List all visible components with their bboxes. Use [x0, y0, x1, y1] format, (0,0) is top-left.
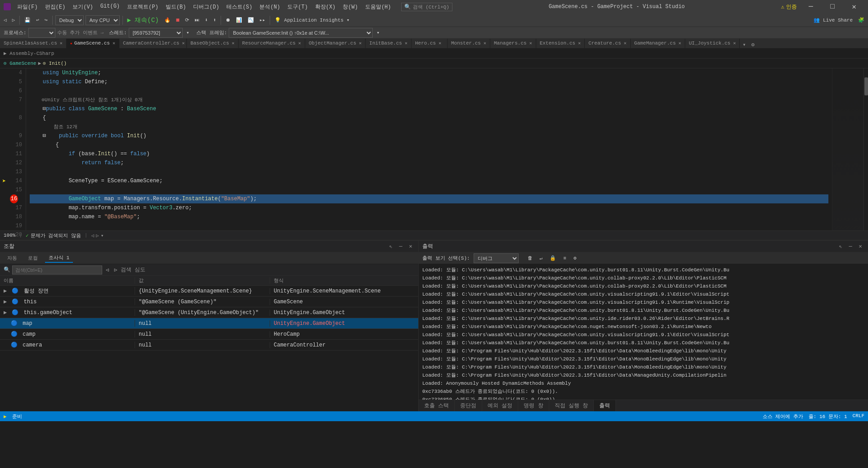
- thread-dropdown[interactable]: [959753792]: [129, 28, 183, 38]
- menu-edit[interactable]: 편집(E): [42, 2, 68, 12]
- tab-close-icon[interactable]: ✕: [529, 40, 532, 46]
- menu-extend[interactable]: 확장(X): [312, 2, 339, 12]
- tab-close-icon[interactable]: ✕: [232, 40, 235, 46]
- tab-close-icon[interactable]: ✕: [405, 40, 407, 46]
- watch-row-gameobject[interactable]: ▶ 🔵 this.gameObject "@GameScene (UnityEn…: [0, 307, 418, 318]
- config-dropdown[interactable]: Debug: [55, 15, 84, 25]
- breadcrumb-gamescene[interactable]: ⊙ GameScene: [4, 60, 36, 66]
- tab-extension[interactable]: Extension.cs ✕: [536, 39, 585, 48]
- search-box[interactable]: 🔍 검색 (Ctrl+Q): [401, 3, 452, 11]
- tab-objectmanager[interactable]: ObjectManager.cs ✕: [305, 39, 366, 48]
- menu-window[interactable]: 창(W): [340, 2, 361, 12]
- process-dropdown[interactable]: [28, 28, 55, 38]
- tab-gamescene[interactable]: ● GameScene.cs ✕: [67, 39, 119, 48]
- output-content[interactable]: Loaded: 모듈: C:\Users\wasab\M1\Library\Pa…: [419, 264, 868, 400]
- app-insights-label[interactable]: 💡 Application Insights ▾: [273, 16, 351, 24]
- tab-auto[interactable]: 자동: [4, 254, 21, 262]
- tab-exceptions[interactable]: 예외 설정: [482, 400, 518, 411]
- tab-command[interactable]: 명령 창: [518, 400, 549, 411]
- source-control-btn[interactable]: 소스 제어에 추가: [763, 413, 803, 420]
- code-editor[interactable]: using UnityEngine; using static Define; …: [26, 68, 832, 230]
- tab-close-icon[interactable]: ✕: [113, 40, 115, 46]
- watch-row-map[interactable]: 🔵 map null UnityEngine.GameObject: [0, 318, 418, 329]
- tab-settings-icon[interactable]: ⚙: [749, 41, 757, 48]
- tab-close-icon[interactable]: ✕: [298, 40, 301, 46]
- close-button[interactable]: ✕: [844, 0, 864, 14]
- tab-close-icon[interactable]: ✕: [60, 40, 63, 46]
- restart-button[interactable]: ⟳: [183, 16, 191, 24]
- tab-close-icon[interactable]: ✕: [439, 40, 441, 46]
- tab-gamemanager[interactable]: GameManager.cs ✕: [631, 39, 685, 48]
- cpu-dropdown[interactable]: Any CPU: [86, 15, 120, 25]
- live-share-button[interactable]: 👥 Live Share: [812, 16, 854, 24]
- more-tools[interactable]: ▸▸: [258, 16, 267, 24]
- menu-debug[interactable]: 디버그(D): [190, 2, 222, 12]
- fwd-search-btn[interactable]: ▷: [113, 266, 119, 274]
- menu-tools[interactable]: 도구(T): [285, 2, 311, 12]
- tab-spineatlas[interactable]: SpineAtlasAsset.cs ✕: [0, 39, 67, 48]
- tab-watch1[interactable]: 조사식 1: [45, 253, 73, 263]
- stack-filter-btn[interactable]: ▾: [375, 29, 381, 36]
- tab-resourcemanager[interactable]: ResourceManager.cs ✕: [239, 39, 305, 48]
- search-input[interactable]: [12, 266, 102, 274]
- filter2-icon[interactable]: ▾: [185, 29, 191, 36]
- save-button[interactable]: 💾: [23, 16, 32, 24]
- filter-btn[interactable]: ≡: [561, 255, 568, 262]
- tab-close-icon[interactable]: ✕: [733, 40, 736, 46]
- tab-callstack[interactable]: 호출 스택: [419, 400, 455, 411]
- tab-close-icon[interactable]: ✕: [678, 40, 681, 46]
- word-wrap-btn[interactable]: ↵: [538, 254, 545, 262]
- tab-hero[interactable]: Hero.cs ✕: [411, 39, 448, 48]
- perf-button[interactable]: 📊: [234, 16, 244, 24]
- tab-immediate[interactable]: 직접 실행 창: [549, 400, 594, 411]
- diag-button[interactable]: 📉: [246, 16, 256, 24]
- step-into-button[interactable]: ⬇: [203, 16, 210, 24]
- hot-reload-button[interactable]: 🔥: [163, 16, 172, 24]
- close-icon[interactable]: ✕: [407, 243, 415, 251]
- undo-button[interactable]: ↩: [34, 16, 41, 24]
- forward-button[interactable]: ▷: [10, 16, 17, 24]
- breadcrumb-init[interactable]: ⊙ Init(): [43, 60, 67, 66]
- close-icon[interactable]: ✕: [856, 243, 864, 251]
- watch-row-scene[interactable]: ▶ 🔵 활성 장면 {UnityEngine.SceneManagement.S…: [0, 286, 418, 297]
- play-button[interactable]: ▶ 재속(C): [126, 15, 161, 25]
- tab-cameracontroller[interactable]: CameraController.cs ✕: [119, 39, 187, 48]
- tab-close-icon[interactable]: ✕: [578, 40, 581, 46]
- tab-close-icon[interactable]: ✕: [359, 40, 362, 46]
- tab-breakpoints[interactable]: 중단점: [455, 400, 482, 411]
- right-scrollbar[interactable]: [863, 68, 868, 230]
- stop-button[interactable]: ■: [174, 16, 181, 25]
- minimize-button[interactable]: ─: [800, 0, 821, 14]
- watch-row-this[interactable]: ▶ 🔵 this "@GameScene (GameScene)" GameSc…: [0, 297, 418, 307]
- back-search-btn[interactable]: ◁: [104, 266, 111, 274]
- nav-fwd[interactable]: ▷: [96, 233, 99, 238]
- tab-baseobject[interactable]: BaseObject.cs ✕: [187, 39, 239, 48]
- menu-build[interactable]: 빌드(B): [163, 2, 189, 12]
- menu-analyze[interactable]: 분석(N): [257, 2, 283, 12]
- breakpoint-button[interactable]: ⏺: [224, 16, 232, 24]
- watch-row-camera[interactable]: 🔵 camera null CameraController: [0, 340, 418, 351]
- tab-close-icon[interactable]: ✕: [484, 40, 486, 46]
- watch-row-camp[interactable]: 🔵 camp null HeroCamp: [0, 329, 418, 340]
- float-icon[interactable]: ⇖: [836, 243, 845, 251]
- extension-button[interactable]: 🧩: [856, 16, 866, 24]
- step-out-button[interactable]: ⬆: [212, 16, 218, 24]
- menu-file[interactable]: 파일(F): [14, 2, 41, 12]
- clear-btn[interactable]: 🗑: [526, 254, 534, 262]
- menu-test[interactable]: 테스트(S): [224, 2, 255, 12]
- output-view-select[interactable]: 디버그: [474, 253, 519, 263]
- expand-icon[interactable]: ▶: [4, 310, 7, 316]
- tab-managers[interactable]: Managers.cs ✕: [490, 39, 536, 48]
- crlf[interactable]: CRLF: [853, 413, 864, 420]
- nav-back[interactable]: ◁: [91, 233, 94, 238]
- tab-initbase[interactable]: InitBase.cs ✕: [366, 39, 411, 48]
- menu-project[interactable]: 프로젝트(P): [124, 2, 161, 12]
- minimize-icon[interactable]: ─: [846, 243, 854, 251]
- tab-overflow[interactable]: ▾: [740, 41, 748, 48]
- nav-dropdown[interactable]: ▾: [101, 233, 104, 238]
- tab-creature[interactable]: Creature.cs ✕: [585, 39, 631, 48]
- expand-icon[interactable]: ▶: [4, 288, 7, 294]
- settings-btn[interactable]: ⚙: [572, 254, 579, 262]
- tab-output[interactable]: 출력: [594, 400, 616, 411]
- float-icon[interactable]: ⇖: [387, 243, 395, 251]
